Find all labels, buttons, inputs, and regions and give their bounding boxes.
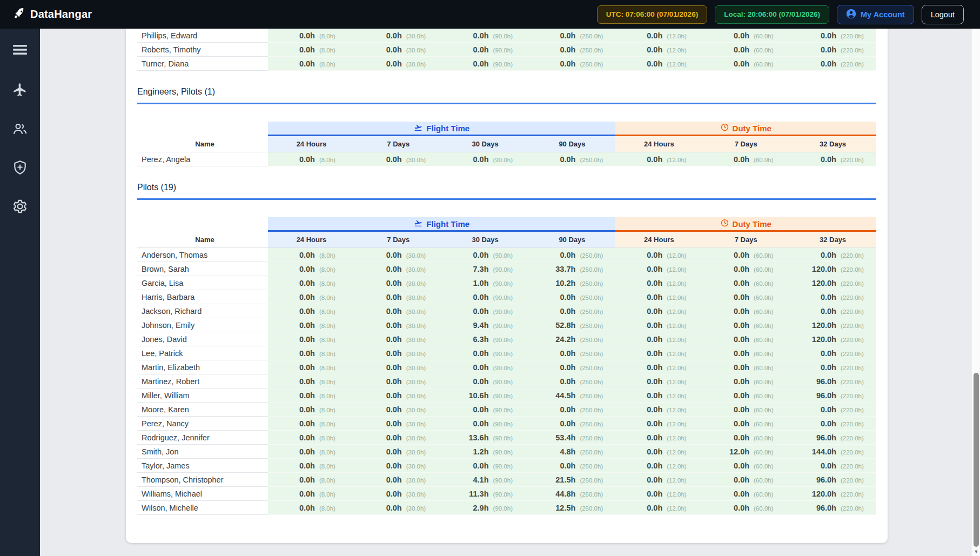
table-row: Miller, William0.0h(8.0h)0.0h(30.0h)10.6… (137, 388, 876, 403)
scrollbar-thumb[interactable] (974, 373, 979, 547)
time-limit: (12.0h) (662, 421, 702, 427)
duty-time-group-header: Duty Time (615, 217, 876, 232)
time-value: 0.0h (355, 475, 402, 484)
time-limit: (12.0h) (662, 477, 702, 484)
logout-button[interactable]: Logout (922, 5, 964, 24)
time-value-cell: 0.0h(12.0h) (615, 445, 702, 459)
time-value: 0.0h (355, 363, 402, 372)
time-value-cell: 0.0h(12.0h) (615, 290, 702, 304)
time-limit: (60.0h) (749, 463, 789, 470)
time-value-cell: 0.0h(12.0h) (615, 431, 702, 445)
time-value-cell: 0.0h(60.0h) (702, 57, 789, 71)
time-value-cell: 0.0h(8.0h) (268, 262, 355, 276)
time-value: 0.0h (442, 349, 489, 358)
time-value: 12.0h (702, 447, 749, 456)
crew-member-name: Phillips, Edward (137, 29, 268, 43)
time-limit: (8.0h) (315, 323, 355, 329)
time-value: 0.0h (268, 31, 315, 40)
duty-time-group-header: Duty Time (615, 122, 876, 136)
time-limit: (8.0h) (315, 294, 355, 301)
time-value: 0.0h (702, 419, 749, 428)
crew-member-name: Jones, David (137, 332, 268, 346)
time-limit: (30.0h) (402, 280, 442, 287)
time-value: 0.0h (268, 349, 315, 358)
time-value: 0.0h (615, 363, 662, 372)
time-value-cell: 0.0h(12.0h) (615, 152, 702, 166)
time-value: 0.0h (702, 461, 749, 470)
time-limit: (60.0h) (749, 266, 789, 273)
time-value: 0.0h (268, 490, 315, 498)
table-row: Thompson, Christopher0.0h(8.0h)0.0h(30.0… (137, 473, 876, 487)
time-limit: (30.0h) (402, 33, 442, 39)
menu-icon[interactable] (12, 42, 28, 58)
time-limit: (8.0h) (315, 157, 355, 163)
time-limit: (8.0h) (315, 337, 355, 343)
utc-time-badge[interactable]: UTC: 07:06:00 (07/01/2026) (597, 5, 707, 24)
time-limit: (12.0h) (662, 266, 702, 273)
time-value: 0.0h (789, 45, 836, 54)
time-limit: (90.0h) (489, 393, 529, 399)
time-limit: (60.0h) (749, 33, 789, 39)
time-value: 44.8h (529, 490, 576, 498)
time-limit: (60.0h) (749, 323, 789, 329)
shield-plus-icon[interactable] (12, 159, 28, 176)
time-limit: (220.0h) (836, 351, 876, 357)
settings-gear-icon[interactable] (12, 198, 28, 215)
scrollbar-down-arrow-icon[interactable]: ▼ (974, 549, 979, 554)
time-value-cell: 0.0h(12.0h) (615, 501, 702, 515)
time-limit: (250.0h) (575, 157, 615, 163)
time-value: 0.0h (615, 279, 662, 287)
time-limit: (12.0h) (662, 491, 702, 498)
time-value: 10.2h (529, 279, 576, 287)
time-value-cell: 144.0h(220.0h) (789, 445, 876, 459)
time-value-cell: 120.0h(220.0h) (789, 276, 876, 290)
time-value-cell: 0.0h(8.0h) (268, 304, 355, 318)
crew-member-name: Turner, Diana (137, 57, 268, 71)
time-limit: (220.0h) (836, 393, 876, 399)
time-value-cell: 96.0h(220.0h) (789, 473, 876, 487)
time-value-cell: 0.0h(12.0h) (615, 29, 702, 43)
time-value: 0.0h (355, 279, 402, 287)
crew-times-table: Flight TimeDuty TimeName24 Hours7 Days30… (137, 122, 876, 166)
time-value: 0.0h (702, 335, 749, 344)
time-value: 0.0h (789, 155, 836, 164)
local-time-badge[interactable]: Local: 20:06:00 (07/01/2026) (715, 5, 829, 24)
time-limit: (220.0h) (836, 463, 876, 470)
time-value: 0.0h (355, 391, 402, 400)
group-header-label: Duty Time (733, 219, 771, 229)
time-limit: (60.0h) (749, 61, 789, 68)
crew-member-name: Williams, Michael (137, 487, 268, 501)
sidebar (0, 29, 40, 556)
time-value: 0.0h (268, 45, 315, 54)
time-value: 7.3h (442, 265, 489, 273)
time-limit: (250.0h) (575, 337, 615, 343)
time-value: 0.0h (268, 363, 315, 372)
vertical-scrollbar[interactable]: ▼ (971, 29, 980, 556)
time-value: 0.0h (268, 321, 315, 330)
duty-column-header: 32 Days (789, 232, 876, 248)
my-account-label: My Account (861, 10, 905, 19)
my-account-button[interactable]: My Account (837, 5, 914, 24)
time-value-cell: 0.0h(90.0h) (442, 152, 529, 166)
time-value: 120.0h (789, 279, 836, 287)
time-value-cell: 0.0h(60.0h) (702, 360, 789, 374)
time-value-cell: 6.3h(90.0h) (442, 332, 529, 346)
time-value-cell: 0.0h(12.0h) (615, 248, 702, 262)
time-value-cell: 0.0h(12.0h) (615, 487, 702, 501)
time-value: 0.0h (529, 419, 576, 428)
time-value: 0.0h (529, 349, 576, 358)
time-value: 0.0h (529, 293, 576, 302)
app-logo[interactable]: DataHangar (13, 8, 92, 22)
time-value-cell: 0.0h(30.0h) (355, 262, 442, 276)
crew-people-icon[interactable] (12, 120, 28, 137)
time-limit: (12.0h) (662, 505, 702, 512)
time-value: 0.0h (355, 377, 402, 386)
time-value: 0.0h (268, 419, 315, 428)
time-limit: (8.0h) (315, 449, 355, 455)
time-value: 0.0h (355, 447, 402, 456)
table-row: Taylor, James0.0h(8.0h)0.0h(30.0h)0.0h(9… (137, 459, 876, 473)
airplane-icon[interactable] (12, 82, 28, 98)
time-value: 0.0h (268, 293, 315, 302)
time-value: 0.0h (355, 461, 402, 470)
time-value: 0.0h (529, 155, 576, 164)
